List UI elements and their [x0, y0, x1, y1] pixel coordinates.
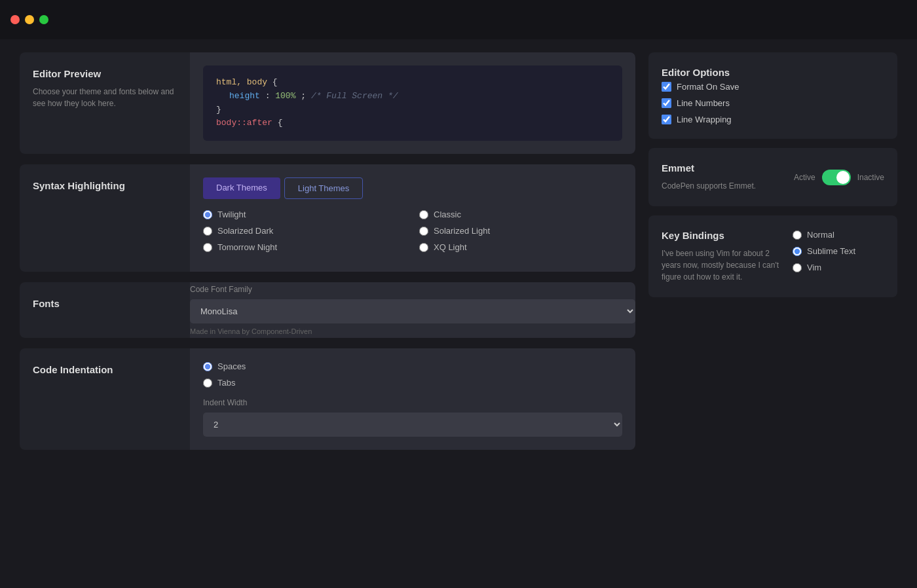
dark-theme-twilight[interactable]: Twilight: [203, 210, 406, 219]
key-bindings-radio-group: Normal Sublime Text Vim: [793, 230, 884, 272]
checkbox-line-numbers[interactable]: Line Numbers: [662, 98, 884, 108]
light-themes-col: Classic Solarized Light XQ Light: [419, 210, 622, 259]
dark-theme-tomorrow-night[interactable]: Tomorrow Night: [203, 242, 406, 252]
code-block: html, body { height : 100% ; /* Full Scr…: [203, 65, 622, 141]
dark-theme-twilight-radio[interactable]: [203, 210, 212, 219]
checkbox-format-on-save[interactable]: Format On Save: [662, 82, 884, 92]
indent-spaces[interactable]: Spaces: [203, 361, 622, 371]
key-binding-normal-label: Normal: [807, 230, 834, 240]
indent-spaces-radio[interactable]: [203, 362, 212, 371]
fonts-label: Fonts: [20, 282, 190, 338]
key-bindings-left: Key Bindings I've been using Vim for abo…: [662, 230, 779, 283]
theme-columns: Twilight Solarized Dark Tomorrow Night: [203, 210, 622, 259]
light-theme-classic[interactable]: Classic: [419, 210, 622, 219]
checkbox-line-numbers-input[interactable]: [662, 98, 671, 108]
editor-preview-description: Choose your theme and fonts below and se…: [33, 86, 177, 109]
checkbox-line-wrapping-input[interactable]: [662, 115, 671, 124]
emmet-toggle-group: Active Inactive: [794, 170, 884, 185]
code-brace: {: [272, 77, 278, 87]
close-button[interactable]: [10, 15, 20, 24]
syntax-highlighting-content: Dark Themes Light Themes Twilight Solari…: [190, 164, 635, 272]
syntax-highlighting-label: Syntax Highlighting: [20, 164, 190, 272]
light-themes-tab[interactable]: Light Themes: [284, 177, 364, 199]
editor-preview-card: Editor Preview Choose your theme and fon…: [20, 52, 635, 154]
indent-type-radios: Spaces Tabs: [203, 361, 622, 388]
light-theme-solarized-light-radio[interactable]: [419, 227, 428, 236]
fonts-content: Code Font Family MonoLisa Fira Code JetB…: [190, 282, 635, 338]
emmet-active-label: Active: [794, 173, 815, 182]
fonts-card: Fonts Code Font Family MonoLisa Fira Cod…: [20, 282, 635, 338]
key-binding-normal-radio[interactable]: [793, 230, 802, 240]
font-family-select[interactable]: MonoLisa Fira Code JetBrains Mono Source…: [190, 299, 635, 323]
key-bindings-description: I've been using Vim for about 2 years no…: [662, 248, 779, 283]
minimize-button[interactable]: [25, 15, 34, 24]
indent-width-label: Indent Width: [203, 398, 622, 407]
code-indentation-label: Code Indentation: [20, 348, 190, 450]
code-line-4: body::after {: [216, 117, 609, 130]
dark-theme-tomorrow-night-radio[interactable]: [203, 243, 212, 252]
right-column: Editor Options Format On Save Line Numbe…: [648, 52, 897, 460]
dark-themes-col: Twilight Solarized Dark Tomorrow Night: [203, 210, 406, 259]
code-indentation-title: Code Indentation: [33, 364, 177, 375]
editor-preview-label: Editor Preview Choose your theme and fon…: [20, 52, 190, 154]
dark-theme-solarized-dark-radio[interactable]: [203, 227, 212, 236]
emmet-title: Emmet: [662, 162, 781, 174]
dark-theme-tomorrow-night-label: Tomorrow Night: [217, 242, 277, 252]
maximize-button[interactable]: [39, 15, 48, 24]
dark-themes-tab[interactable]: Dark Themes: [203, 177, 280, 199]
emmet-toggle[interactable]: [822, 170, 851, 185]
editor-preview-content: html, body { height : 100% ; /* Full Scr…: [190, 52, 635, 154]
checkbox-group: Format On Save Line Numbers Line Wrappin…: [662, 82, 884, 124]
code-indentation-content: Spaces Tabs Indent Width 2 4 8: [190, 348, 635, 450]
light-theme-classic-radio[interactable]: [419, 210, 428, 219]
indent-tabs-label: Tabs: [217, 378, 235, 388]
code-colon: :: [265, 91, 276, 101]
emmet-card: Emmet CodePen supports Emmet. Active Ina…: [648, 148, 897, 206]
fonts-title: Fonts: [33, 298, 177, 309]
code-line-2: height : 100% ; /* Full Screen */: [216, 90, 609, 103]
editor-options-card: Editor Options Format On Save Line Numbe…: [648, 52, 897, 139]
indent-width-select[interactable]: 2 4 8: [203, 413, 622, 437]
indent-spaces-label: Spaces: [217, 361, 246, 371]
light-theme-solarized-light[interactable]: Solarized Light: [419, 226, 622, 236]
light-theme-solarized-light-label: Solarized Light: [434, 226, 490, 236]
key-binding-vim[interactable]: Vim: [793, 263, 884, 272]
emmet-description: CodePen supports Emmet.: [662, 180, 781, 192]
main-content: Editor Preview Choose your theme and fon…: [0, 39, 917, 473]
key-binding-sublime-label: Sublime Text: [807, 246, 855, 256]
code-value: 100%: [275, 91, 295, 101]
code-pseudo: body::after: [216, 118, 272, 128]
checkbox-line-numbers-label: Line Numbers: [677, 98, 730, 108]
key-binding-sublime-radio[interactable]: [793, 247, 802, 256]
indent-tabs[interactable]: Tabs: [203, 378, 622, 388]
left-column: Editor Preview Choose your theme and fon…: [20, 52, 635, 460]
syntax-highlighting-card: Syntax Highlighting Dark Themes Light Th…: [20, 164, 635, 272]
titlebar: [0, 0, 917, 39]
dark-theme-solarized-dark[interactable]: Solarized Dark: [203, 226, 406, 236]
light-theme-classic-label: Classic: [434, 210, 461, 219]
key-binding-normal[interactable]: Normal: [793, 230, 884, 240]
indent-tabs-radio[interactable]: [203, 378, 212, 388]
dark-theme-twilight-label: Twilight: [217, 210, 246, 219]
code-line-3: }: [216, 103, 609, 117]
code-font-family-label: Code Font Family: [190, 285, 635, 294]
key-bindings-card: Key Bindings I've been using Vim for abo…: [648, 215, 897, 297]
light-theme-xq-light[interactable]: XQ Light: [419, 242, 622, 252]
key-binding-vim-label: Vim: [807, 263, 821, 272]
theme-tabs: Dark Themes Light Themes: [203, 177, 622, 199]
code-property: height: [229, 91, 260, 101]
light-theme-xq-light-radio[interactable]: [419, 243, 428, 252]
key-binding-sublime[interactable]: Sublime Text: [793, 246, 884, 256]
code-comment: /* Full Screen */: [311, 91, 398, 101]
key-bindings-title: Key Bindings: [662, 230, 779, 241]
key-binding-vim-radio[interactable]: [793, 263, 802, 272]
checkbox-format-on-save-label: Format On Save: [677, 82, 739, 92]
checkbox-line-wrapping[interactable]: Line Wrapping: [662, 115, 884, 124]
syntax-highlighting-title: Syntax Highlighting: [33, 180, 177, 191]
dark-theme-solarized-dark-label: Solarized Dark: [217, 226, 273, 236]
editor-preview-title: Editor Preview: [33, 68, 177, 79]
code-brace2: {: [278, 118, 283, 128]
light-theme-xq-light-label: XQ Light: [434, 242, 467, 252]
code-semi: ;: [301, 91, 311, 101]
checkbox-format-on-save-input[interactable]: [662, 82, 671, 92]
